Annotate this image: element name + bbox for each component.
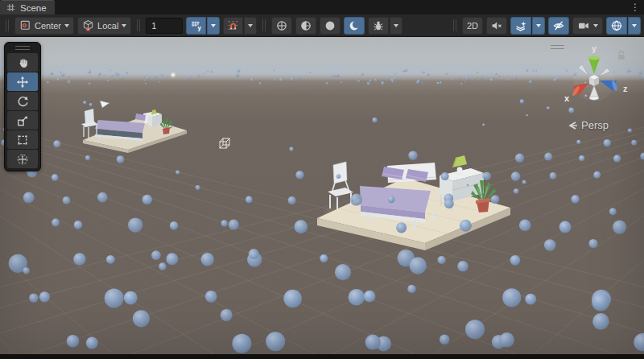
grid-axis-toggle-button[interactable]: y (186, 17, 206, 35)
sphere-half-shaded-icon (299, 19, 312, 32)
draw-mode-shaded-wireframe-button[interactable] (295, 17, 316, 35)
camera-icon (577, 19, 590, 32)
grid-y-icon: y (190, 19, 202, 31)
2d-mode-label: 2D (467, 21, 478, 31)
projection-toggle[interactable]: Persp (568, 119, 609, 131)
camera-settings-button[interactable] (572, 17, 603, 35)
toolbar-separator (262, 19, 266, 31)
grid-visibility-control: y (186, 17, 220, 35)
tab-scene[interactable]: Scene (0, 0, 55, 14)
tab-label: Scene (20, 3, 47, 13)
tool-scale[interactable] (7, 111, 38, 130)
scene-arrow-marker[interactable] (100, 101, 109, 108)
scene-viewport[interactable]: y x z Persp (0, 37, 644, 354)
window-bottom-edge (0, 354, 644, 359)
dropdown-arrow-icon (536, 24, 541, 27)
sphere-shaded-icon (324, 19, 336, 32)
hidden-objects-toggle-button[interactable] (548, 17, 569, 35)
pivot-mode-label: Center (35, 21, 61, 31)
snap-dropdown-button[interactable] (244, 17, 257, 35)
snap-toggle-button[interactable] (223, 17, 243, 35)
rotate-icon (16, 95, 29, 108)
gizmos-control (606, 17, 641, 35)
2d-mode-button[interactable]: 2D (462, 17, 483, 35)
grid-size-input[interactable] (146, 18, 183, 34)
dropdown-arrow-icon (593, 24, 598, 27)
pivot-icon (19, 19, 31, 31)
toolbar-separator (453, 19, 456, 31)
scene-effects-icon (514, 19, 527, 32)
grid-dropdown-button[interactable] (207, 17, 220, 35)
palette-drag-handle[interactable] (15, 46, 30, 50)
axis-z-label: z (623, 84, 628, 93)
effects-toggle-button[interactable] (510, 17, 531, 35)
bedroom-set-far[interactable] (81, 109, 187, 153)
gizmos-dropdown-button[interactable] (628, 17, 641, 35)
tool-move[interactable] (7, 72, 38, 91)
hand-icon (16, 56, 29, 69)
svg-text:y: y (198, 24, 202, 31)
pivot-mode-button[interactable]: Center (14, 17, 74, 35)
dropdown-arrow-icon (394, 24, 398, 27)
scene-toolbar: Center Local y (0, 14, 644, 37)
draw-mode-wireframe-button[interactable] (271, 17, 292, 35)
debug-dropdown-button[interactable] (390, 17, 402, 35)
bedroom-set-near[interactable] (317, 155, 510, 250)
sphere-wireframe-icon (275, 19, 288, 32)
draw-mode-shaded-button[interactable] (320, 17, 341, 35)
debug-mode-control (368, 17, 402, 35)
effects-dropdown-button[interactable] (532, 17, 545, 35)
dropdown-arrow-icon (64, 24, 69, 27)
audio-toggle-button[interactable] (486, 17, 507, 35)
snap-control (223, 17, 257, 35)
grid-hash-icon (6, 2, 16, 13)
speaker-muted-icon (490, 19, 503, 32)
eye-slash-icon (552, 19, 565, 32)
magnet-grid-icon (227, 19, 239, 31)
tab-kebab-menu-icon[interactable]: ⋮ (626, 0, 644, 14)
rect-tool-icon (16, 134, 29, 146)
rotation-mode-label: Local (97, 21, 118, 31)
axis-y-label: y (592, 43, 597, 53)
scale-icon (16, 114, 29, 127)
tools-palette (4, 42, 41, 171)
tool-transform[interactable] (7, 150, 38, 168)
tool-view-hand[interactable] (7, 53, 38, 72)
tab-bar: Scene ⋮ (0, 0, 644, 14)
scene-canvas[interactable] (0, 37, 644, 354)
wireframe-cube-gizmo[interactable] (220, 138, 229, 148)
move-icon (16, 76, 29, 89)
effects-control (510, 17, 545, 35)
cube-icon (82, 19, 94, 31)
moon-icon (348, 19, 361, 32)
rotation-mode-button[interactable]: Local (77, 17, 131, 35)
bug-icon (372, 19, 385, 32)
horizon-light-dot (171, 72, 176, 78)
lock-icon[interactable] (617, 50, 626, 64)
axis-x-label: x (564, 93, 570, 103)
gizmos-toggle-button[interactable] (606, 17, 627, 35)
dropdown-arrow-icon (632, 24, 637, 27)
dropdown-arrow-icon (122, 24, 126, 27)
toolbar-separator (137, 19, 140, 31)
grid-spheres[interactable] (0, 68, 644, 353)
tool-rotate[interactable] (7, 92, 38, 110)
projection-label: Persp (581, 119, 609, 131)
gizmo-sphere-icon (610, 19, 623, 32)
dropdown-arrow-icon (248, 24, 253, 27)
dropdown-arrow-icon (211, 24, 216, 27)
orientation-gizmo[interactable]: y x z (554, 40, 644, 130)
transform-icon (16, 153, 29, 166)
debug-toggle-button[interactable] (368, 17, 389, 35)
chevron-left-icon (568, 122, 578, 130)
scene-lighting-toggle-button[interactable] (344, 17, 365, 35)
toolbar-drag-handle[interactable] (6, 19, 9, 31)
tool-rect[interactable] (7, 130, 38, 149)
